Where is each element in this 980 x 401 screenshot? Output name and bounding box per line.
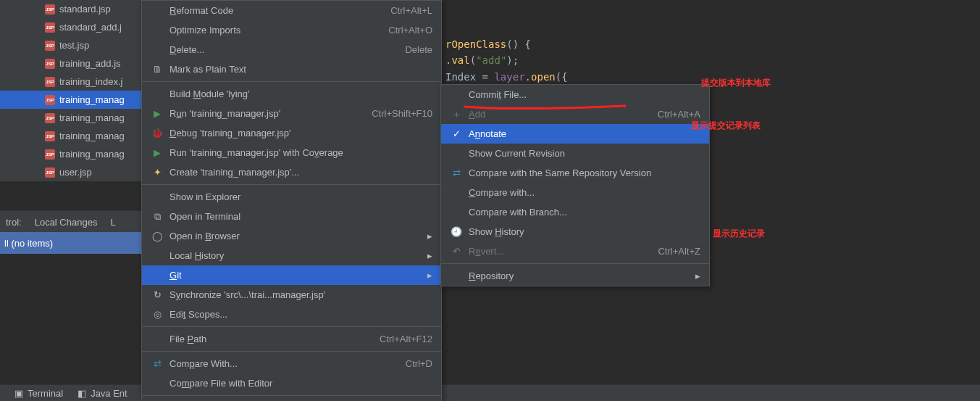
code-token: () { [506,38,531,50]
globe-icon: ◯ [151,231,164,241]
tree-file-label: training_manag [59,112,125,123]
vcs-label: trol: [6,217,22,228]
menu-item-label: Debug 'training_manager.jsp' [169,128,432,139]
code-token: open [531,71,556,83]
menu-item-label: File Path [169,334,365,344]
tree-file-1[interactable]: JSPstandard_add.j [0,18,141,36]
terminal-label: Terminal [28,388,63,399]
menu-shortcut: Delete [405,44,432,55]
tree-file-5[interactable]: JSPtraining_manag [0,91,141,109]
cov-icon: ▶ [151,147,164,158]
git-submenu[interactable]: Commit File...＋AddCtrl+Alt+A✓AnnotateSho… [440,84,710,286]
menu-item-3[interactable]: Show Current Revision [441,144,709,163]
menu-item-14[interactable]: Local History▸ [142,246,441,265]
terminal-tool-button[interactable]: ▣ Terminal [14,388,63,399]
menu-item-0[interactable]: Commit File... [441,85,709,104]
tree-file-2[interactable]: JSPtest.jsp [0,36,141,54]
project-tree[interactable]: JSPstandard.jspJSPstandard_add.jJSPtest.… [0,0,141,181]
menu-item-2[interactable]: ✓Annotate [441,124,709,144]
menu-item-16[interactable]: ↻Synchronize 'src\...\trai...manager.jsp… [142,285,441,305]
menu-item-label: Annotate [469,128,700,139]
menu-item-6[interactable]: Compare with Branch... [441,202,709,222]
diff-icon: ⇄ [151,358,164,369]
magic-icon: ✦ [151,167,164,178]
menu-item-5[interactable]: Build Module 'lying' [142,84,441,104]
menu-item-15[interactable]: Git▸ [142,265,441,285]
tree-file-label: training_add.js [59,58,121,69]
tree-file-label: training_manag [59,94,125,105]
jsp-file-icon: JSP [45,149,55,160]
menu-item-label: Synchronize 'src\...\trai...manager.jsp' [169,289,432,300]
menu-item-label: Local History [169,250,422,261]
annotation-commit: 提交版本到本地库 [701,77,771,89]
menu-separator [142,81,441,82]
menu-item-label: Compare With... [169,358,391,369]
menu-item-6[interactable]: ▶Run 'training_manager.jsp'Ctrl+Shift+F1… [142,104,441,123]
tree-file-4[interactable]: JSPtraining_index.j [0,73,141,91]
tree-file-6[interactable]: JSPtraining_manag [0,109,141,127]
vcs-tab-log[interactable]: L [110,217,115,228]
tree-file-label: standard_add.j [59,22,122,33]
tree-file-label: user.jsp [59,167,92,178]
code-token: "add" [476,54,506,66]
code-token: ); [506,54,519,66]
tree-file-9[interactable]: JSPuser.jsp [0,163,141,181]
menu-item-8[interactable]: ▶Run 'training_manager.jsp' with Coverag… [142,143,441,162]
tree-file-3[interactable]: JSPtraining_add.js [0,54,141,73]
menu-item-17[interactable]: ◎Edit Scopes... [142,305,441,324]
jsp-file-icon: JSP [45,168,55,178]
menu-separator [142,326,441,327]
plus-icon: ＋ [450,108,463,121]
tree-file-label: standard.jsp [59,4,111,15]
bug-icon: 🐞 [151,128,164,139]
chevron-right-icon: ▸ [427,231,432,241]
menu-item-1[interactable]: Optimize ImportsCtrl+Alt+O [142,20,441,40]
annotation-log: 显示提交记录列表 [691,120,761,132]
menu-item-3[interactable]: 🗎Mark as Plain Text [142,59,441,79]
menu-item-2[interactable]: Delete...Delete [142,40,441,59]
chevron-right-icon: ▸ [427,270,432,281]
java-ee-tool-button[interactable]: ◧ Java Ent [78,388,127,399]
menu-item-label: Delete... [169,44,390,55]
menu-shortcut: Ctrl+Shift+F10 [372,108,432,119]
menu-item-label: Optimize Imports [169,25,374,36]
menu-item-13[interactable]: ◯Open in Browser▸ [142,226,441,246]
tree-file-0[interactable]: JSPstandard.jsp [0,0,141,18]
menu-item-7[interactable]: 🐞Debug 'training_manager.jsp' [142,123,441,143]
context-menu[interactable]: Reformat CodeCtrl+Alt+LOptimize ImportsC… [141,0,442,401]
menu-item-11[interactable]: Show in Explorer [142,187,441,207]
code-token: Index = [445,71,494,83]
menu-item-label: Compare with the Same Repository Version [469,168,700,178]
tree-file-7[interactable]: JSPtraining_manag [0,127,141,145]
menu-item-label: Revert... [469,246,643,257]
menu-item-10[interactable]: Repository▸ [441,266,709,286]
menu-item-label: Open in Terminal [169,211,432,222]
menu-item-4[interactable]: ⇄Compare with the Same Repository Versio… [441,163,709,183]
menu-separator [142,184,441,185]
jsp-file-icon: JSP [45,59,55,69]
vcs-empty-text: ll (no items) [4,238,53,249]
jsp-file-icon: JSP [45,95,55,105]
menu-item-8: ↶Revert...Ctrl+Alt+Z [441,241,709,261]
java-ee-label: Java Ent [91,388,127,399]
diff-icon: ⇄ [450,168,463,178]
file-icon: 🗎 [151,64,164,75]
vcs-changelist-empty[interactable]: ll (no items) [0,232,146,254]
tree-file-8[interactable]: JSPtraining_manag [0,145,141,163]
menu-item-12[interactable]: ⧉Open in Terminal [142,207,441,226]
menu-item-label: Git [169,270,422,281]
version-control-toolbar[interactable]: trol: Local Changes L [0,210,147,233]
menu-item-7[interactable]: 🕘Show History [441,222,709,241]
menu-item-24[interactable]: ◉Create Gist... [142,398,441,401]
code-token: ({ [556,71,568,83]
chevron-right-icon: ▸ [695,270,700,281]
menu-item-21[interactable]: ⇄Compare With...Ctrl+D [142,354,441,373]
menu-item-label: Repository [469,270,690,281]
menu-item-9[interactable]: ✦Create 'training_manager.jsp'... [142,162,441,182]
menu-item-22[interactable]: Compare File with Editor [142,373,441,393]
revert-icon: ↶ [450,246,463,257]
vcs-tab-local-changes[interactable]: Local Changes [35,217,98,228]
menu-item-19[interactable]: File PathCtrl+Alt+F12 [142,329,441,349]
menu-item-0[interactable]: Reformat CodeCtrl+Alt+L [142,1,441,20]
menu-item-5[interactable]: Compare with... [441,183,709,202]
